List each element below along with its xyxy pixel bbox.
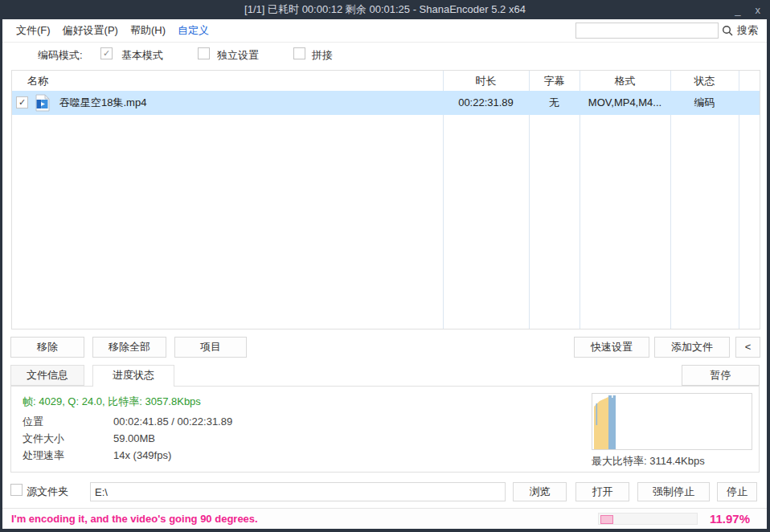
row-filename: 吞噬星空18集.mp4 xyxy=(59,91,146,115)
row-duration: 00:22:31.89 xyxy=(443,91,529,115)
concat-label[interactable]: 拼接 xyxy=(312,48,333,63)
remove-all-button[interactable]: 移除全部 xyxy=(92,337,166,358)
close-button[interactable]: x xyxy=(756,4,761,16)
browse-button[interactable]: 浏览 xyxy=(513,482,567,501)
col-header-status[interactable]: 状态 xyxy=(670,71,739,91)
search-icon[interactable] xyxy=(722,25,734,37)
status-bar: I'm encoding it, and the video's going 9… xyxy=(2,508,767,529)
encode-stats-line: 帧: 4029, Q: 24.0, 比特率: 3057.8Kbps xyxy=(23,395,201,409)
col-header-format[interactable]: 格式 xyxy=(580,71,670,91)
project-button[interactable]: 项目 xyxy=(174,337,247,358)
title-bar: [1/1] 已耗时 00:00:12 剩余 00:01:25 - ShanaEn… xyxy=(0,0,770,19)
action-button-row: 移除 移除全部 项目 快速设置 添加文件 < xyxy=(2,337,767,358)
source-folder-label: 源文件夹 xyxy=(27,485,68,499)
remove-button[interactable]: 移除 xyxy=(10,337,84,358)
video-file-icon xyxy=(35,94,50,112)
add-file-button[interactable]: 添加文件 xyxy=(654,337,730,358)
row-checkbox[interactable]: ✓ xyxy=(16,96,28,108)
menu-help[interactable]: 帮助(H) xyxy=(129,23,167,38)
quick-settings-button[interactable]: 快速设置 xyxy=(574,337,649,358)
tab-file-info[interactable]: 文件信息 xyxy=(10,365,84,386)
pause-button[interactable]: 暂停 xyxy=(682,365,760,386)
table-header: 名称 时长 字幕 格式 状态 xyxy=(12,71,760,92)
search-button[interactable]: 搜索 xyxy=(737,23,758,38)
filesize-label: 文件大小 xyxy=(23,432,64,444)
concat-checkbox[interactable] xyxy=(293,47,305,59)
table-row[interactable]: ✓ 吞噬星空18集.mp4 00:22:31.89 无 MOV,MP4,M4..… xyxy=(12,91,760,115)
search-input[interactable] xyxy=(575,23,719,39)
encode-mode-label: 编码模式: xyxy=(38,48,83,63)
col-header-name[interactable]: 名称 xyxy=(27,71,48,91)
app-window: [1/1] 已耗时 00:00:12 剩余 00:01:25 - ShanaEn… xyxy=(0,0,770,532)
stop-button[interactable]: 停止 xyxy=(717,482,757,501)
encode-progress-fill xyxy=(600,515,613,524)
row-subtitle: 无 xyxy=(529,91,580,115)
minimize-button[interactable]: _ xyxy=(735,4,740,16)
menu-bar: 文件(F) 偏好设置(P) 帮助(H) 自定义 搜索 xyxy=(2,19,767,43)
independent-settings-label[interactable]: 独立设置 xyxy=(217,48,259,63)
window-content: 文件(F) 偏好设置(P) 帮助(H) 自定义 搜索 编码模式: ✓ 基本模式 … xyxy=(2,19,767,529)
basic-mode-checkbox[interactable]: ✓ xyxy=(100,47,113,59)
position-row: 位置 00:02:41.85 / 00:22:31.89 xyxy=(23,413,43,430)
bitrate-graph xyxy=(592,393,752,450)
file-table: 名称 时长 字幕 格式 状态 ✓ 吞噬星空18集.mp4 xyxy=(11,70,760,329)
position-label: 位置 xyxy=(23,415,43,428)
speed-label: 处理速率 xyxy=(23,449,64,461)
window-title: [1/1] 已耗时 00:00:12 剩余 00:01:25 - ShanaEn… xyxy=(244,2,526,17)
max-bitrate-label: 最大比特率: 3114.4Kbps xyxy=(592,454,705,469)
open-button[interactable]: 打开 xyxy=(575,482,629,501)
progress-status-panel: 帧: 4029, Q: 24.0, 比特率: 3057.8Kbps 位置 00:… xyxy=(10,386,760,473)
independent-settings-checkbox[interactable] xyxy=(198,47,210,59)
basic-mode-label[interactable]: 基本模式 xyxy=(121,48,163,63)
col-header-duration[interactable]: 时长 xyxy=(443,71,529,91)
row-format: MOV,MP4,M4... xyxy=(580,91,670,115)
encode-mode-bar: 编码模式: ✓ 基本模式 独立设置 拼接 xyxy=(2,46,767,63)
output-path-input[interactable] xyxy=(90,482,506,501)
status-message: I'm encoding it, and the video's going 9… xyxy=(11,509,258,529)
tab-progress-status[interactable]: 进度状态 xyxy=(92,365,174,387)
menu-file[interactable]: 文件(F) xyxy=(14,23,52,38)
col-header-subtitle[interactable]: 字幕 xyxy=(529,71,580,91)
tab-row: 文件信息 进度状态 暂停 xyxy=(2,365,767,387)
speed-row: 处理速率 14x (349fps) xyxy=(23,447,64,464)
filesize-row: 文件大小 59.00MB xyxy=(23,430,64,447)
speed-value: 14x (349fps) xyxy=(113,447,171,464)
position-value: 00:02:41.85 / 00:22:31.89 xyxy=(113,413,232,430)
force-stop-button[interactable]: 强制停止 xyxy=(637,482,710,501)
menu-customize[interactable]: 自定义 xyxy=(176,23,211,38)
collapse-button[interactable]: < xyxy=(735,337,760,358)
filesize-value: 59.00MB xyxy=(113,430,155,447)
output-folder-row: 源文件夹 浏览 打开 强制停止 停止 xyxy=(2,481,767,503)
encode-progress-bar xyxy=(598,513,698,525)
encode-percent: 11.97% xyxy=(710,509,750,529)
row-status: 编码 xyxy=(670,91,739,115)
menu-preferences[interactable]: 偏好设置(P) xyxy=(61,23,120,38)
source-folder-checkbox[interactable] xyxy=(10,484,23,496)
